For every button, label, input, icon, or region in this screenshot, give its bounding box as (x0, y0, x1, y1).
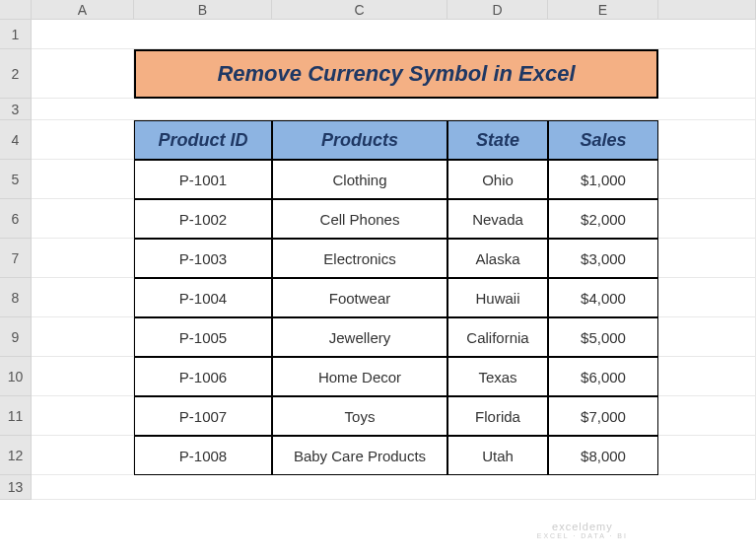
cell-blank[interactable] (32, 99, 756, 120)
cell-sales[interactable]: $6,000 (548, 357, 658, 396)
cell-sales[interactable]: $4,000 (548, 278, 658, 317)
cell-state[interactable]: Nevada (447, 199, 548, 239)
cell-state[interactable]: California (447, 317, 548, 357)
cell-a4[interactable] (32, 120, 134, 160)
cell-sales[interactable]: $1,000 (548, 160, 658, 199)
cell-blank[interactable] (658, 396, 756, 436)
cell-products[interactable]: Toys (272, 396, 447, 436)
cell-product-id[interactable]: P-1003 (134, 239, 272, 278)
row-header-11[interactable]: 11 (0, 396, 32, 436)
cell-sales[interactable]: $8,000 (548, 436, 658, 475)
cell-blank[interactable] (32, 475, 756, 500)
cell-products[interactable]: Electronics (272, 239, 447, 278)
row-header-1[interactable]: 1 (0, 20, 32, 49)
cell-blank[interactable] (32, 20, 756, 49)
cell-a10[interactable] (32, 357, 134, 396)
cell-product-id[interactable]: P-1005 (134, 317, 272, 357)
cell-blank[interactable] (658, 120, 756, 160)
cell-state[interactable]: Utah (447, 436, 548, 475)
col-header-blank[interactable] (658, 0, 756, 20)
cell-products[interactable]: Baby Care Products (272, 436, 447, 475)
cell-blank[interactable] (658, 199, 756, 239)
cell-a9[interactable] (32, 317, 134, 357)
row-header-6[interactable]: 6 (0, 199, 32, 239)
cell-state[interactable]: Ohio (447, 160, 548, 199)
watermark-sub: EXCEL · DATA · BI (537, 532, 628, 539)
title-cell[interactable]: Remove Currency Symbol in Excel (134, 49, 658, 99)
select-all-corner[interactable] (0, 0, 32, 20)
row-header-5[interactable]: 5 (0, 160, 32, 199)
cell-blank[interactable] (658, 317, 756, 357)
cell-blank[interactable] (658, 239, 756, 278)
cell-products[interactable]: Jewellery (272, 317, 447, 357)
col-header-d[interactable]: D (447, 0, 548, 20)
col-header-e[interactable]: E (548, 0, 658, 20)
row-header-2[interactable]: 2 (0, 49, 32, 99)
cell-state[interactable]: Alaska (447, 239, 548, 278)
header-state[interactable]: State (447, 120, 548, 160)
cell-sales[interactable]: $7,000 (548, 396, 658, 436)
cell-blank[interactable] (658, 436, 756, 475)
cell-products[interactable]: Clothing (272, 160, 447, 199)
col-header-a[interactable]: A (32, 0, 134, 20)
row-header-8[interactable]: 8 (0, 278, 32, 317)
cell-products[interactable]: Cell Phones (272, 199, 447, 239)
row-header-13[interactable]: 13 (0, 475, 32, 500)
header-sales[interactable]: Sales (548, 120, 658, 160)
cell-a11[interactable] (32, 396, 134, 436)
watermark-main: exceldemy (537, 521, 628, 532)
cell-blank[interactable] (658, 160, 756, 199)
cell-product-id[interactable]: P-1004 (134, 278, 272, 317)
cell-products[interactable]: Home Decor (272, 357, 447, 396)
cell-a6[interactable] (32, 199, 134, 239)
cell-product-id[interactable]: P-1001 (134, 160, 272, 199)
col-header-c[interactable]: C (272, 0, 447, 20)
row-header-4[interactable]: 4 (0, 120, 32, 160)
cell-state[interactable]: Huwaii (447, 278, 548, 317)
row-header-12[interactable]: 12 (0, 436, 32, 475)
header-product-id[interactable]: Product ID (134, 120, 272, 160)
col-header-b[interactable]: B (134, 0, 272, 20)
cell-blank[interactable] (658, 278, 756, 317)
cell-state[interactable]: Florida (447, 396, 548, 436)
cell-product-id[interactable]: P-1006 (134, 357, 272, 396)
header-products[interactable]: Products (272, 120, 447, 160)
cell-sales[interactable]: $2,000 (548, 199, 658, 239)
cell-product-id[interactable]: P-1007 (134, 396, 272, 436)
cell-sales[interactable]: $3,000 (548, 239, 658, 278)
cell-a12[interactable] (32, 436, 134, 475)
cell-state[interactable]: Texas (447, 357, 548, 396)
watermark: exceldemy EXCEL · DATA · BI (537, 521, 628, 539)
cell-product-id[interactable]: P-1002 (134, 199, 272, 239)
cell-a8[interactable] (32, 278, 134, 317)
cell-sales[interactable]: $5,000 (548, 317, 658, 357)
cell-products[interactable]: Footwear (272, 278, 447, 317)
cell-a5[interactable] (32, 160, 134, 199)
row-header-10[interactable]: 10 (0, 357, 32, 396)
row-header-9[interactable]: 9 (0, 317, 32, 357)
row-header-3[interactable]: 3 (0, 99, 32, 120)
cell-a2[interactable] (32, 49, 134, 99)
row-header-7[interactable]: 7 (0, 239, 32, 278)
cell-blank[interactable] (658, 49, 756, 99)
cell-a7[interactable] (32, 239, 134, 278)
cell-blank[interactable] (658, 357, 756, 396)
spreadsheet-grid: A B C D E 1 2 Remove Currency Symbol in … (0, 0, 756, 500)
cell-product-id[interactable]: P-1008 (134, 436, 272, 475)
